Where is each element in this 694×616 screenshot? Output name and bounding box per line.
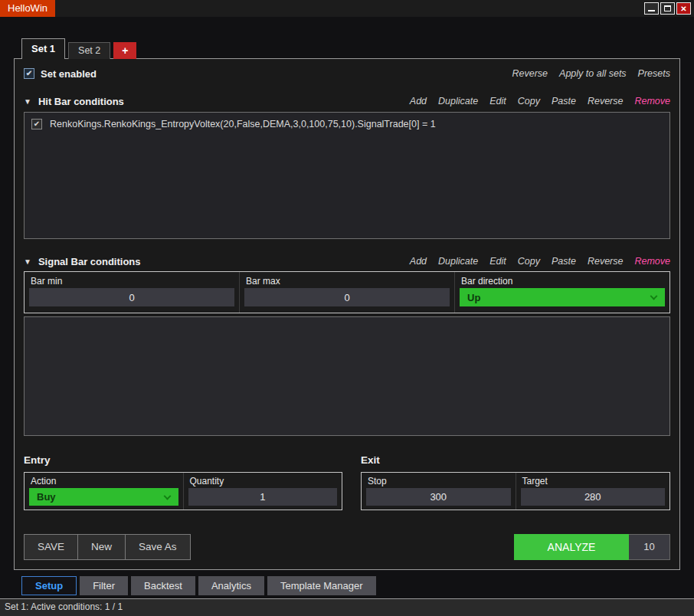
hit-bar-title: Hit Bar conditions: [38, 96, 124, 107]
analyze-button[interactable]: ANALYZE: [514, 534, 629, 560]
set-tab-strip: Set 1 Set 2 +: [21, 38, 136, 59]
bar-direction-value: Up: [467, 292, 480, 303]
hit-remove-link[interactable]: Remove: [634, 96, 670, 106]
signal-bar-section-title: ▼ Signal Bar conditions: [24, 256, 141, 267]
new-button[interactable]: New: [77, 534, 126, 560]
tab-template-manager[interactable]: Template Manager: [267, 576, 376, 595]
file-buttons: SAVE New Save As: [24, 534, 191, 560]
title-bar: HelloWin ✕: [0, 0, 694, 17]
apply-to-all-sets-link[interactable]: Apply to all sets: [559, 68, 627, 79]
signal-bar-fields: Bar min 0 Bar max 0 Bar direction Up: [24, 271, 670, 313]
hit-paste-link[interactable]: Paste: [552, 96, 576, 106]
set-panel: Set enabled Reverse Apply to all sets Pr…: [14, 58, 680, 570]
minimize-icon: [648, 10, 655, 11]
minimize-button[interactable]: [644, 2, 659, 15]
save-button[interactable]: SAVE: [24, 534, 78, 560]
chevron-down-icon: [163, 492, 171, 500]
tab-set-1[interactable]: Set 1: [21, 38, 65, 59]
action-select[interactable]: Buy: [29, 488, 178, 506]
stop-input[interactable]: 300: [366, 488, 511, 506]
hit-add-link[interactable]: Add: [410, 96, 427, 106]
entry-title: Entry: [24, 454, 342, 468]
tab-filter[interactable]: Filter: [80, 576, 128, 595]
signal-copy-link[interactable]: Copy: [518, 256, 540, 267]
condition-checkbox[interactable]: [31, 119, 42, 129]
exit-box: Stop 300 Target 280: [361, 472, 670, 510]
entry-box: Action Buy Quantity 1: [24, 472, 342, 510]
maximize-button[interactable]: [660, 2, 675, 15]
reverse-set-link[interactable]: Reverse: [512, 68, 548, 79]
tab-analytics[interactable]: Analytics: [198, 576, 264, 595]
set-enabled-label: Set enabled: [41, 68, 97, 80]
hit-bar-condition-list: RenkoKings.RenkoKings_EntropyVoltex(20,F…: [24, 112, 670, 239]
maximize-icon: [664, 5, 671, 11]
chevron-down-icon: [650, 293, 658, 300]
presets-link[interactable]: Presets: [638, 68, 670, 79]
hit-bar-actions: Add Duplicate Edit Copy Paste Reverse Re…: [410, 96, 670, 106]
signal-paste-link[interactable]: Paste: [552, 256, 576, 267]
status-bar: Set 1: Active conditions: 1 / 1: [0, 598, 694, 616]
condition-text: RenkoKings.RenkoKings_EntropyVoltex(20,F…: [50, 119, 436, 129]
quantity-label: Quantity: [184, 473, 342, 487]
condition-row[interactable]: RenkoKings.RenkoKings_EntropyVoltex(20,F…: [25, 113, 669, 136]
bar-max-input[interactable]: 0: [244, 288, 450, 306]
target-label: Target: [516, 473, 670, 487]
hit-duplicate-link[interactable]: Duplicate: [438, 96, 478, 106]
window-title: HelloWin: [0, 0, 55, 17]
add-set-tab[interactable]: +: [113, 42, 136, 59]
collapse-triangle-icon[interactable]: ▼: [24, 257, 31, 266]
tab-setup[interactable]: Setup: [21, 576, 77, 595]
signal-bar-condition-list: [24, 316, 670, 436]
hit-copy-link[interactable]: Copy: [518, 96, 540, 106]
signal-bar-actions: Add Duplicate Edit Copy Paste Reverse Re…: [410, 256, 670, 267]
signal-remove-link[interactable]: Remove: [634, 256, 670, 267]
window-controls: ✕: [644, 2, 691, 15]
set-enabled-row[interactable]: Set enabled: [24, 68, 97, 80]
signal-reverse-link[interactable]: Reverse: [588, 256, 624, 267]
close-button[interactable]: ✕: [676, 2, 691, 15]
bar-direction-select[interactable]: Up: [460, 288, 665, 306]
target-input[interactable]: 280: [521, 488, 666, 506]
quantity-input[interactable]: 1: [188, 488, 338, 506]
tab-backtest[interactable]: Backtest: [131, 576, 195, 595]
action-value: Buy: [37, 491, 56, 503]
set-top-links: Reverse Apply to all sets Presets: [512, 68, 670, 79]
signal-add-link[interactable]: Add: [410, 256, 427, 267]
bar-min-label: Bar min: [25, 272, 239, 287]
bottom-tab-strip: Setup Filter Backtest Analytics Template…: [21, 576, 376, 595]
bar-min-input[interactable]: 0: [29, 288, 234, 306]
signal-edit-link[interactable]: Edit: [489, 256, 506, 267]
hit-edit-link[interactable]: Edit: [489, 96, 506, 106]
set-enabled-checkbox[interactable]: [24, 68, 34, 79]
close-icon: ✕: [680, 5, 686, 13]
save-as-button[interactable]: Save As: [125, 534, 191, 560]
collapse-triangle-icon[interactable]: ▼: [24, 97, 31, 106]
signal-duplicate-link[interactable]: Duplicate: [438, 256, 478, 267]
bar-max-label: Bar max: [240, 272, 454, 287]
exit-title: Exit: [361, 454, 670, 468]
hit-reverse-link[interactable]: Reverse: [588, 96, 624, 106]
action-label: Action: [25, 473, 183, 487]
bar-direction-label: Bar direction: [455, 272, 669, 287]
hit-bar-section-title: ▼ Hit Bar conditions: [24, 96, 124, 107]
analyze-count-input[interactable]: 10: [629, 534, 670, 560]
tab-set-2[interactable]: Set 2: [68, 42, 110, 59]
signal-bar-title: Signal Bar conditions: [38, 256, 141, 267]
analyze-group: ANALYZE 10: [514, 534, 670, 560]
stop-label: Stop: [362, 473, 516, 487]
